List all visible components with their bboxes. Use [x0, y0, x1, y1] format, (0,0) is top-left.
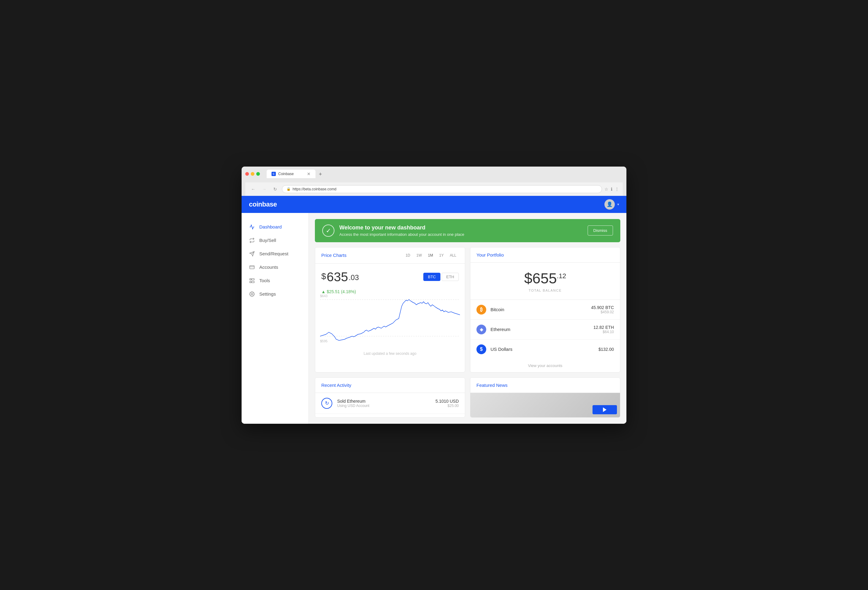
- url-text: https://beta.coinbase.comd: [292, 187, 336, 191]
- maximize-button[interactable]: [256, 172, 260, 176]
- eth-button[interactable]: ETH: [441, 273, 459, 281]
- portfolio-amount: $655.12: [477, 270, 614, 287]
- accounts-label: Accounts: [259, 265, 278, 270]
- dashboard-grid: Price Charts 1D 1W 1M 1Y ALL: [315, 247, 620, 418]
- traffic-lights: [245, 172, 260, 176]
- chart-price: $ 635 .03: [321, 270, 359, 284]
- tf-1w[interactable]: 1W: [414, 252, 424, 258]
- usd-amount: $132.00: [598, 347, 614, 352]
- minimize-button[interactable]: [251, 172, 254, 176]
- price-charts-card: Price Charts 1D 1W 1M 1Y ALL: [315, 247, 465, 372]
- portfolio-cents: .12: [557, 272, 566, 280]
- reload-button[interactable]: ↻: [271, 185, 279, 193]
- usd-balance: $132.00: [598, 347, 614, 352]
- dashboard-label: Dashboard: [259, 224, 282, 230]
- app-container: coinbase 👤 ▾ Dashboard: [242, 196, 626, 424]
- new-tab-button[interactable]: +: [316, 171, 325, 178]
- portfolio-card: Your Portfolio $655.12 TOTAL BALANCE ₿: [470, 247, 620, 372]
- portfolio-total: $655: [524, 270, 557, 287]
- close-button[interactable]: [245, 172, 249, 176]
- browser-toolbar: ← → ↻ 🔒 https://beta.coinbase.comd ☆ ℹ ⋮: [245, 182, 623, 196]
- banner-text: Welcome to your new dashboard Access the…: [340, 225, 583, 237]
- tf-1d[interactable]: 1D: [403, 252, 413, 258]
- tools-label: Tools: [259, 278, 270, 283]
- buysell-icon: [249, 237, 255, 243]
- coin-selector: BTC ETH: [423, 273, 459, 281]
- tf-1m[interactable]: 1M: [425, 252, 435, 258]
- forward-button[interactable]: →: [260, 185, 269, 193]
- price-main: 635: [327, 270, 348, 284]
- user-dropdown-arrow[interactable]: ▾: [617, 202, 619, 206]
- featured-news-card: Featured News: [470, 377, 620, 418]
- browser-window: C Coinbase ✕ + ← → ↻ 🔒 https://beta.coin…: [242, 166, 626, 424]
- sidebar-item-accounts[interactable]: Accounts: [242, 260, 309, 274]
- settings-label: Settings: [259, 291, 276, 297]
- price-chart-svg: [320, 294, 460, 343]
- menu-icon[interactable]: ⋮: [615, 187, 619, 191]
- btc-icon: ₿: [477, 305, 486, 315]
- active-tab[interactable]: C Coinbase ✕: [267, 170, 316, 178]
- activity-item: ↻ Sold Ethereum Using USD Account 5.1010…: [315, 393, 465, 414]
- portfolio-items: ₿ Bitcoin 45.902 BTC $459.02 ◈ Ethere: [470, 300, 620, 359]
- address-bar[interactable]: 🔒 https://beta.coinbase.comd: [282, 185, 602, 193]
- dismiss-button[interactable]: Dismiss: [588, 225, 613, 235]
- activity-description: Sold Ethereum Using USD Account: [337, 399, 431, 408]
- portfolio-item-eth[interactable]: ◈ Ethereum 12.82 ETH $64.10: [470, 320, 620, 340]
- user-avatar[interactable]: 👤: [604, 199, 615, 210]
- activity-title: Recent Activity: [321, 383, 351, 388]
- svg-rect-5: [250, 281, 251, 283]
- tab-title: Coinbase: [278, 172, 294, 176]
- info-icon[interactable]: ℹ: [611, 187, 613, 191]
- chart-low-label: $595: [320, 339, 328, 343]
- chart-area: $643 $595: [320, 294, 460, 349]
- tab-close-button[interactable]: ✕: [307, 171, 311, 177]
- sidebar-item-tools[interactable]: Tools: [242, 274, 309, 287]
- portfolio-item-usd[interactable]: $ US Dollars $132.00: [470, 340, 620, 359]
- sidebar-item-dashboard[interactable]: Dashboard: [242, 220, 309, 234]
- bitcoin-usd: $459.02: [591, 310, 614, 314]
- main-content: ✓ Welcome to your new dashboard Access t…: [309, 213, 626, 424]
- browser-titlebar: C Coinbase ✕ + ← → ↻ 🔒 https://beta.coin…: [242, 166, 626, 196]
- sidebar-item-settings[interactable]: Settings: [242, 287, 309, 301]
- ethereum-usd: $64.10: [593, 330, 614, 334]
- news-title: Featured News: [477, 383, 508, 388]
- banner-title: Welcome to your new dashboard: [340, 225, 583, 231]
- sidebar-item-buysell[interactable]: Buy/Sell: [242, 234, 309, 247]
- portfolio-balance: $655.12 TOTAL BALANCE: [470, 263, 620, 300]
- banner-check-icon: ✓: [322, 225, 334, 237]
- app-logo: coinbase: [249, 200, 277, 208]
- tf-1y[interactable]: 1Y: [437, 252, 446, 258]
- tf-all[interactable]: ALL: [447, 252, 459, 258]
- view-accounts-link[interactable]: View your accounts: [470, 359, 620, 372]
- bookmark-icon[interactable]: ☆: [604, 187, 608, 191]
- price-charts-title: Price Charts: [321, 253, 347, 258]
- security-icon: 🔒: [286, 187, 291, 191]
- sidebar-item-sendrequest[interactable]: Send/Request: [242, 247, 309, 260]
- bitcoin-amount: 45.902 BTC: [591, 305, 614, 310]
- bitcoin-name: Bitcoin: [490, 307, 587, 312]
- usd-name: US Dollars: [490, 347, 594, 352]
- ethereum-name: Ethereum: [490, 327, 589, 332]
- tools-icon: [249, 278, 255, 284]
- back-button[interactable]: ←: [249, 185, 257, 193]
- activity-header: Recent Activity: [315, 378, 465, 393]
- chart-updated: Last updated a few seconds ago: [321, 352, 459, 356]
- timeframe-selector: 1D 1W 1M 1Y ALL: [403, 252, 459, 258]
- svg-marker-11: [603, 407, 607, 412]
- activity-secondary-amount: $25.00: [435, 404, 459, 408]
- btc-button[interactable]: BTC: [423, 273, 440, 281]
- app-body: Dashboard Buy/Sell: [242, 213, 626, 424]
- portfolio-item-btc[interactable]: ₿ Bitcoin 45.902 BTC $459.02: [470, 300, 620, 320]
- news-header: Featured News: [470, 378, 620, 393]
- chart-high-label: $643: [320, 294, 328, 298]
- header-right: 👤 ▾: [604, 199, 619, 210]
- settings-icon: [249, 291, 255, 297]
- svg-rect-2: [250, 265, 254, 269]
- svg-rect-6: [252, 278, 254, 280]
- svg-rect-7: [252, 281, 254, 283]
- app-header: coinbase 👤 ▾: [242, 196, 626, 213]
- tab-bar: C Coinbase ✕ +: [267, 170, 325, 178]
- banner-subtitle: Access the most important information ab…: [340, 232, 583, 237]
- dashboard-icon: [249, 224, 255, 230]
- portfolio-header: Your Portfolio: [470, 247, 620, 263]
